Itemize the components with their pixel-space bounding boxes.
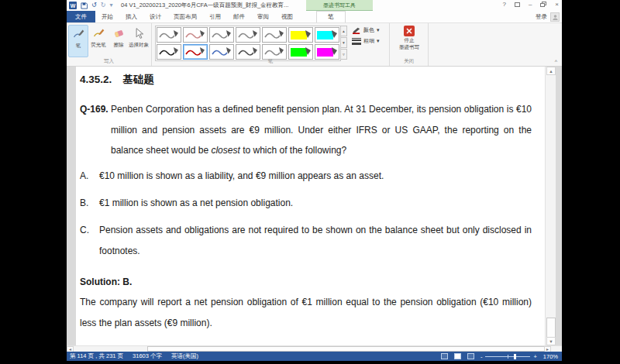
save-icon[interactable] [81, 2, 88, 9]
option-c-text: Pension assets and obligations are not r… [99, 220, 532, 261]
pen-style-pen-r0c0[interactable] [157, 27, 181, 43]
pen-style-highlighter-r1c5[interactable] [288, 44, 313, 60]
question-italic-word: closest [211, 145, 239, 156]
word-app-icon[interactable]: W [69, 2, 77, 9]
ink-thickness-dropdown[interactable]: 粗细 ▾ [352, 37, 380, 45]
pen-style-pen-r0c4[interactable] [262, 27, 287, 43]
ribbon-group-close: 停止 墨迹书写 关闭 [390, 23, 429, 66]
option-a-label: A. [80, 166, 99, 187]
ribbon-tab-row: 文件 开始 插入 设计 页面布局 引用 邮件 审阅 视图 笔 登录 [67, 11, 562, 23]
solution-paragraph: The company will report a net pension ob… [80, 292, 532, 333]
pen-style-highlighter-r0c5[interactable] [288, 27, 313, 43]
sign-in[interactable]: 登录 [536, 11, 560, 23]
avatar [550, 12, 560, 22]
zoom-slider-thumb[interactable] [514, 354, 516, 359]
tab-references[interactable]: 引用 [203, 11, 227, 22]
select-objects-tool-button[interactable]: 选择对象 [129, 25, 149, 57]
gallery-scroll-up-icon[interactable]: ▴ [340, 26, 347, 36]
ribbon-display-options-icon[interactable] [515, 2, 520, 7]
tab-view[interactable]: 视图 [275, 11, 299, 22]
highlighter-tool-button[interactable]: 荧光笔 [88, 25, 108, 57]
pen-style-pen-r0c1[interactable] [183, 27, 208, 43]
pens-group-label: 笔 [152, 58, 389, 65]
tab-design[interactable]: 设计 [143, 11, 167, 22]
write-group-label: 写入 [67, 58, 151, 65]
qat-customize-icon[interactable]: ▾ [109, 2, 112, 9]
zoom-out-icon[interactable]: - [480, 353, 483, 360]
pen-style-pen-r1c2[interactable] [209, 44, 234, 60]
horizontal-scrollbar-thumb[interactable] [147, 346, 546, 352]
gallery-scroll-down-icon[interactable]: ▾ [340, 37, 347, 48]
scroll-up-icon[interactable]: ▲ [546, 67, 556, 75]
scroll-down-icon[interactable]: ▼ [546, 337, 556, 345]
pen-style-highlighter-r0c6[interactable] [315, 27, 339, 43]
tab-file[interactable]: 文件 [67, 11, 95, 22]
print-layout-icon[interactable] [454, 353, 461, 359]
pen-style-pen-r0c2[interactable] [209, 27, 234, 43]
ink-color-dropdown[interactable]: 颜色 ▾ [352, 26, 380, 34]
help-icon[interactable]: ? [502, 1, 505, 8]
pen-tool-label: 笔 [76, 43, 81, 50]
ink-color-label: 颜色 [363, 26, 374, 34]
highlighter-tool-label: 荧光笔 [91, 42, 106, 49]
question-text: Penben Corporation has a defined benefit… [111, 99, 532, 161]
tab-pen-active[interactable]: 笔 [316, 11, 346, 22]
page-indicator[interactable]: 第 114 页 , 共 231 页 [70, 352, 123, 360]
document-page[interactable]: 4.35.2.基础题 Q-169. Penben Corporation has… [76, 67, 545, 345]
web-layout-icon[interactable] [467, 353, 474, 359]
vertical-scrollbar[interactable]: ▲ ▼ [545, 67, 556, 345]
ink-thickness-icon [352, 38, 361, 45]
read-mode-icon[interactable] [441, 353, 448, 359]
option-b-text: €1 million is shown as a net pension obl… [99, 193, 293, 214]
title-bar: W ↺ ↻ ▾ 04 V1_20200213_2020年6月CFA一级百题预测_… [67, 0, 562, 11]
sign-in-label: 登录 [536, 13, 547, 21]
vertical-scrollbar-thumb[interactable] [546, 318, 556, 338]
section-heading-text: 基础题 [122, 74, 154, 85]
eraser-tool-label: 擦除 [114, 42, 124, 49]
minimize-icon[interactable]: – [529, 1, 532, 8]
ink-thickness-dropdown-icon: ▾ [377, 38, 380, 44]
close-icon[interactable]: × [555, 1, 559, 8]
horizontal-scrollbar[interactable]: ◄ ► [67, 345, 562, 352]
ink-thickness-label: 粗细 [363, 37, 374, 45]
zoom-slider[interactable] [485, 356, 530, 357]
pen-style-pen-r1c0[interactable] [157, 44, 181, 60]
window-controls: ? – × [502, 1, 559, 8]
tab-page-layout[interactable]: 页面布局 [167, 11, 203, 22]
pen-style-highlighter-r1c6[interactable] [315, 44, 339, 60]
option-a: A. €10 million is shown as a liability, … [80, 166, 384, 187]
zoom-in-icon[interactable]: + [533, 353, 536, 360]
stop-inking-icon [404, 26, 415, 36]
redo-icon[interactable]: ↻ [101, 2, 106, 9]
eraser-tool-button[interactable]: 擦除 [108, 25, 129, 57]
pen-style-pen-r1c4[interactable] [262, 44, 287, 60]
gallery-scroll-buttons: ▴ ▾ ▿ [340, 26, 347, 60]
stop-inking-button[interactable]: 停止 墨迹书写 [394, 26, 425, 50]
zoom-level[interactable]: 170% [543, 353, 558, 360]
option-b: B. €1 million is shown as a net pension … [80, 193, 293, 214]
restore-icon[interactable] [540, 2, 546, 7]
section-heading: 4.35.2.基础题 [80, 73, 154, 87]
tab-home[interactable]: 开始 [95, 11, 119, 22]
ribbon: 笔 荧光笔 擦除 选择对象 写入 ▴ ▾ [67, 23, 562, 67]
ink-color-dropdown-icon: ▾ [377, 27, 380, 33]
word-count[interactable]: 31603 个字 [133, 352, 162, 360]
document-title: 04 V1_20200213_2020年6月CFA一级百题预测_财报_金程教育.… [121, 2, 288, 9]
ribbon-group-pens: ▴ ▾ ▿ 颜色 ▾ 粗细 ▾ 笔 [152, 23, 390, 66]
pen-style-pen-r1c1[interactable] [183, 44, 208, 60]
tab-insert[interactable]: 插入 [119, 11, 143, 22]
select-objects-label: 选择对象 [129, 42, 149, 49]
question-number: Q-169. [80, 99, 111, 161]
pen-tool-button[interactable]: 笔 [68, 25, 88, 57]
tab-review[interactable]: 审阅 [251, 11, 275, 22]
pen-style-pen-r0c3[interactable] [236, 27, 260, 43]
language-indicator[interactable]: 英语(美国) [171, 352, 198, 360]
pen-gallery [155, 26, 341, 61]
select-arrow-icon [133, 27, 146, 40]
undo-icon[interactable]: ↺ [91, 2, 97, 9]
collapse-ribbon-icon[interactable]: ^ [555, 59, 557, 64]
tab-mailings[interactable]: 邮件 [227, 11, 251, 22]
pen-style-pen-r1c3[interactable] [236, 44, 260, 60]
close-group-label: 关闭 [390, 58, 428, 65]
solution-text: The company will report a net pension ob… [80, 292, 532, 333]
